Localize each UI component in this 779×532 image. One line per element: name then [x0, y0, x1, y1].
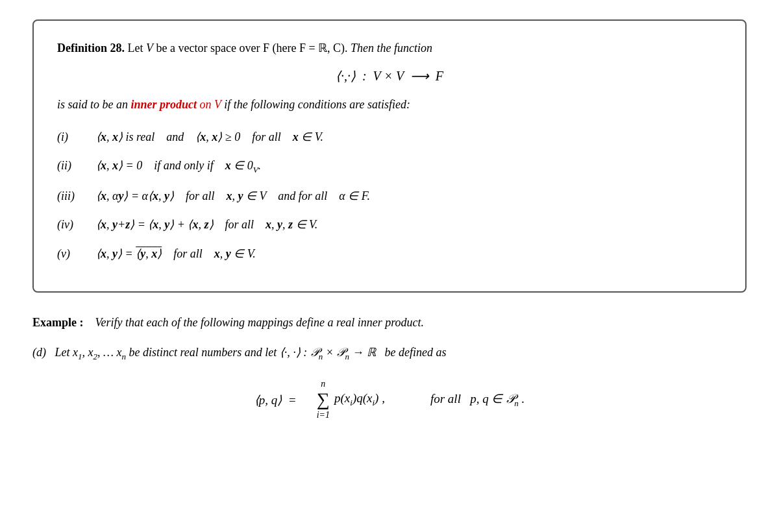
center-formula: ⟨·,·⟩ : V × V ⟶ F — [57, 68, 722, 84]
formula-rhs: for all p, q ∈ 𝒫n . — [430, 391, 525, 409]
example-formula: ⟨p, q⟩ = n ∑ i=1 p(xi)q(xi) , for all p,… — [32, 379, 747, 420]
sigma-container: n ∑ i=1 p(xi)q(xi) , — [316, 379, 385, 420]
definition-box: Definition 28. Let V be a vector space o… — [32, 19, 747, 293]
sigma-limits: n ∑ i=1 — [317, 379, 330, 420]
on-v-term: on V — [200, 98, 221, 111]
def-number: Definition 28. — [57, 42, 125, 54]
condition-i: (i) ⟨x, x⟩ is real and ⟨x, x⟩ ≥ 0 for al… — [57, 127, 722, 147]
overline-expr: ⟨y, x⟩ — [136, 247, 162, 260]
conditions-intro: is said to be an inner product on V if t… — [57, 95, 722, 114]
example-d: (d) Let x1, x2, … xn be distinct real nu… — [32, 343, 747, 364]
def-intro: Let V be a vector space over F (here F =… — [128, 42, 433, 54]
condition-i-content: ⟨x, x⟩ is real and ⟨x, x⟩ ≥ 0 for all x … — [96, 127, 323, 147]
condition-i-num: (i) — [57, 127, 96, 147]
example-label: Example : — [32, 316, 84, 329]
sigma-body: p(xi)q(xi) , — [334, 391, 385, 408]
condition-iii-num: (iii) — [57, 186, 96, 206]
condition-iv-num: (iv) — [57, 215, 96, 235]
condition-iv-content: ⟨x, y+z⟩ = ⟨x, y⟩ + ⟨x, z⟩ for all x, y,… — [96, 215, 317, 235]
condition-ii-content: ⟨x, x⟩ = 0 if and only if x ∈ 0V. — [96, 156, 261, 177]
condition-v-content: ⟨x, y⟩ = ⟨y, x⟩ for all x, y ∈ V. — [96, 244, 256, 264]
sigma-top: n — [321, 379, 325, 389]
sigma-bottom: i=1 — [317, 410, 330, 420]
page-content: Definition 28. Let V be a vector space o… — [32, 19, 747, 420]
example-header: Example : Verify that each of the follow… — [32, 316, 747, 330]
condition-v-num: (v) — [57, 244, 96, 264]
example-text: Verify that each of the following mappin… — [95, 316, 425, 329]
part-d-text: Let x1, x2, … xn be distinct real number… — [55, 346, 447, 359]
condition-iii-content: ⟨x, αy⟩ = α⟨x, y⟩ for all x, y ∈ V and f… — [96, 186, 370, 206]
condition-iv: (iv) ⟨x, y+z⟩ = ⟨x, y⟩ + ⟨x, z⟩ for all … — [57, 215, 722, 235]
condition-iii: (iii) ⟨x, αy⟩ = α⟨x, y⟩ for all x, y ∈ V… — [57, 186, 722, 206]
definition-title: Definition 28. Let V be a vector space o… — [57, 39, 722, 58]
part-d-label: (d) — [32, 346, 46, 359]
inner-product-term: inner product — [131, 98, 197, 111]
formula-lhs: ⟨p, q⟩ = — [254, 393, 297, 407]
condition-ii: (ii) ⟨x, x⟩ = 0 if and only if x ∈ 0V. — [57, 156, 722, 177]
example-section: Example : Verify that each of the follow… — [32, 316, 747, 421]
condition-v: (v) ⟨x, y⟩ = ⟨y, x⟩ for all x, y ∈ V. — [57, 244, 722, 264]
sigma-symbol: ∑ — [317, 391, 330, 409]
condition-ii-num: (ii) — [57, 156, 96, 176]
conditions-list: (i) ⟨x, x⟩ is real and ⟨x, x⟩ ≥ 0 for al… — [57, 127, 722, 264]
